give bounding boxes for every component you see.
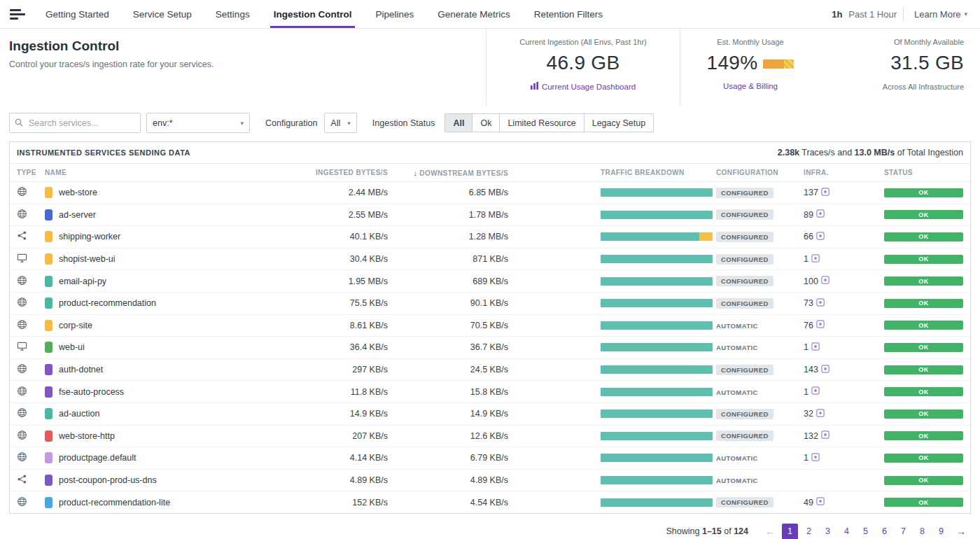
infra-count: 73: [804, 298, 884, 309]
table-row[interactable]: shopist-web-ui30.4 KB/s871 KB/sCONFIGURE…: [10, 248, 970, 271]
service-name-link[interactable]: ad-auction: [59, 409, 99, 419]
column-header-name[interactable]: NAME: [45, 169, 314, 176]
host-icon: [821, 276, 830, 286]
table-row[interactable]: email-api-py1.95 MB/s689 KB/sCONFIGURED1…: [10, 270, 970, 293]
service-name-link[interactable]: corp-site: [59, 321, 92, 330]
nav-item-generate-metrics[interactable]: Generate Metrics: [426, 0, 522, 28]
status-filter-all[interactable]: All: [444, 113, 472, 132]
page-button-8[interactable]: 8: [914, 524, 930, 539]
downstream-bytes-value: 90.1 KB/s: [388, 298, 508, 308]
status-value: OK: [884, 188, 963, 197]
column-header-status[interactable]: STATUS: [884, 169, 963, 176]
table-row[interactable]: productpage.default4.14 KB/s6.79 KB/sAUT…: [10, 447, 970, 470]
infra-count: 76: [804, 320, 884, 330]
nav-item-service-setup[interactable]: Service Setup: [121, 0, 204, 28]
table-row[interactable]: web-ui36.4 KB/s36.7 KB/sAUTOMATIC1OK: [10, 337, 970, 359]
table-row[interactable]: ad-auction14.9 KB/s14.9 KB/sCONFIGURED32…: [10, 403, 970, 426]
downstream-bytes-value: 70.5 KB/s: [388, 321, 508, 330]
table-row[interactable]: product-recommendation-lite152 KB/s4.54 …: [10, 491, 970, 513]
usage-billing-link[interactable]: Usage & Billing: [723, 82, 778, 90]
nav-item-ingestion-control[interactable]: Ingestion Control: [262, 0, 364, 28]
ingested-bytes-value: 2.44 MB/s: [314, 188, 388, 197]
table-row[interactable]: fse-auto-process11.8 KB/s15.8 KB/sAUTOMA…: [10, 381, 970, 403]
network-icon: [17, 230, 45, 243]
service-name-link[interactable]: shopist-web-ui: [59, 254, 115, 264]
page-button-4[interactable]: 4: [839, 524, 855, 539]
configured-badge: CONFIGURED: [716, 188, 774, 198]
infra-count: 89: [804, 209, 884, 220]
column-header-traffic-breakdown[interactable]: TRAFFIC BREAKDOWN: [601, 169, 716, 176]
previous-page-arrow[interactable]: ←: [761, 524, 779, 539]
page-button-5[interactable]: 5: [858, 524, 874, 539]
service-name-link[interactable]: post-coupon-prod-us-dns: [59, 475, 157, 485]
table-row[interactable]: corp-site8.61 KB/s70.5 KB/sAUTOMATIC76OK: [10, 315, 970, 337]
page-button-6[interactable]: 6: [876, 524, 892, 539]
learn-more-button[interactable]: Learn More ▾: [910, 8, 972, 20]
next-page-arrow[interactable]: →: [952, 524, 970, 539]
learn-more-label: Learn More: [914, 9, 960, 20]
service-name-link[interactable]: auth-dotnet: [59, 365, 103, 374]
monthly-available-value: 31.5 GB: [890, 52, 964, 74]
current-usage-dashboard-link[interactable]: Current Usage Dashboard: [531, 82, 636, 91]
nav-item-retention-filters[interactable]: Retention Filters: [522, 0, 615, 28]
page-button-3[interactable]: 3: [820, 524, 836, 539]
page-button-2[interactable]: 2: [801, 524, 817, 539]
ingested-bytes-value: 152 KB/s: [314, 498, 388, 507]
service-name-link[interactable]: email-api-py: [59, 276, 106, 286]
table-row[interactable]: ad-server2.55 MB/s1.78 MB/sCONFIGURED89O…: [10, 204, 970, 227]
column-header-type[interactable]: TYPE: [17, 169, 45, 176]
service-name-cell: web-store-http: [45, 430, 314, 442]
service-color-chip: [45, 342, 52, 353]
service-name-link[interactable]: web-store: [59, 188, 97, 197]
column-header-infra[interactable]: INFRA.: [804, 169, 884, 176]
ingested-bytes-value: 2.55 MB/s: [314, 210, 388, 220]
nav-item-pipelines[interactable]: Pipelines: [363, 0, 426, 28]
status-value: OK: [884, 255, 963, 264]
page-button-9[interactable]: 9: [933, 524, 949, 539]
column-header-ingested-bytes-s[interactable]: INGESTED BYTES/S: [314, 169, 388, 176]
app-logo-icon[interactable]: [8, 0, 34, 28]
column-header-downstream-bytes-s[interactable]: ↓DOWNSTREAM BYTES/S: [388, 169, 508, 177]
nav-item-settings[interactable]: Settings: [204, 0, 262, 28]
search-input[interactable]: [27, 118, 135, 129]
service-name-link[interactable]: ad-server: [59, 210, 96, 220]
ingested-bytes-value: 30.4 KB/s: [314, 254, 388, 264]
service-name-link[interactable]: web-ui: [59, 342, 85, 352]
time-range-value[interactable]: 1h: [832, 9, 842, 20]
globe-icon: [17, 496, 45, 509]
service-name-link[interactable]: shipping-worker: [59, 232, 120, 241]
service-name-link[interactable]: product-recommendation: [59, 298, 156, 308]
nav-item-getting-started[interactable]: Getting Started: [34, 0, 121, 28]
page-button-1[interactable]: 1: [782, 524, 798, 539]
table-row[interactable]: post-coupon-prod-us-dns4.89 KB/s4.89 KB/…: [10, 470, 970, 492]
infra-count: 137: [804, 188, 884, 198]
service-name-link[interactable]: productpage.default: [59, 453, 136, 463]
ingested-bytes-value: 36.4 KB/s: [314, 342, 388, 352]
column-header-configuration[interactable]: CONFIGURATION: [716, 169, 804, 176]
table-row[interactable]: product-recommendation75.5 KB/s90.1 KB/s…: [10, 293, 970, 315]
configuration-select[interactable]: All ▾: [324, 113, 356, 133]
service-name-cell: web-store: [45, 187, 314, 198]
service-name-link[interactable]: web-store-http: [59, 431, 115, 441]
table-row[interactable]: auth-dotnet297 KB/s24.5 KB/sCONFIGURED14…: [10, 359, 970, 382]
monthly-available-label: Of Monthly Available: [894, 38, 964, 46]
service-color-chip: [45, 475, 52, 486]
env-filter-select[interactable]: env:* ▾: [146, 113, 250, 133]
status-filter-limited-resource[interactable]: Limited Resource: [499, 113, 584, 132]
globe-icon: [17, 451, 45, 464]
service-color-chip: [45, 320, 52, 331]
downstream-bytes-value: 12.6 KB/s: [388, 431, 508, 441]
status-filter-ok[interactable]: Ok: [472, 113, 500, 132]
status-value: OK: [884, 476, 963, 485]
status-filter-legacy-setup[interactable]: Legacy Setup: [584, 113, 654, 132]
page-button-7[interactable]: 7: [895, 524, 911, 539]
service-name-link[interactable]: fse-auto-process: [59, 387, 124, 397]
status-ok-badge: OK: [884, 210, 963, 219]
ingested-bytes-value: 11.8 KB/s: [314, 387, 388, 397]
search-box[interactable]: [9, 113, 141, 133]
table-row[interactable]: web-store-http207 KB/s12.6 KB/sCONFIGURE…: [10, 426, 970, 448]
service-name-link[interactable]: product-recommendation-lite: [59, 498, 170, 507]
status-value: OK: [884, 365, 963, 374]
table-row[interactable]: web-store2.44 MB/s6.85 MB/sCONFIGURED137…: [10, 182, 970, 204]
table-row[interactable]: shipping-worker40.1 KB/s1.28 MB/sCONFIGU…: [10, 226, 970, 248]
